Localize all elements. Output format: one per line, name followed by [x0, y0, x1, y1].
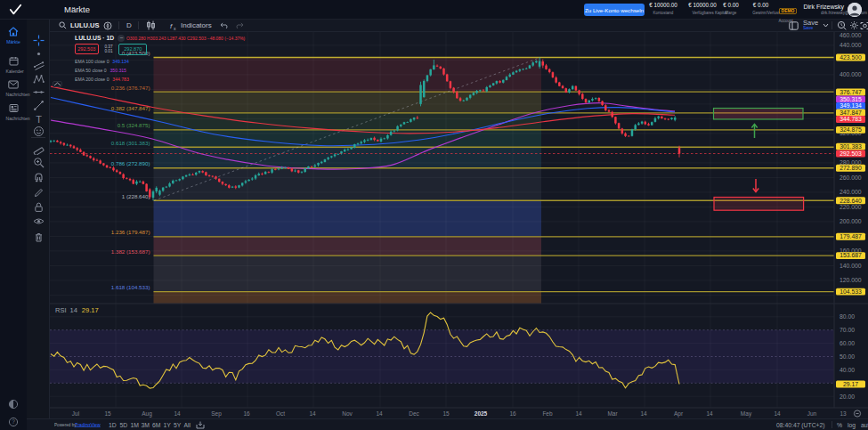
- candle-body: [212, 176, 215, 177]
- sidebar-item-kalender-1[interactable]: Kalender: [0, 53, 27, 77]
- candle-body: [205, 172, 207, 175]
- toolbar-divider: [138, 21, 139, 29]
- range-button-1m[interactable]: 1M: [131, 419, 139, 430]
- dot-icon[interactable]: [33, 47, 45, 60]
- save-dropdown-chevron-icon[interactable]: [823, 20, 829, 31]
- fib-band-0.786: [154, 168, 542, 201]
- range-button-3m[interactable]: 3M: [142, 419, 150, 430]
- candle-body: [578, 90, 580, 93]
- time-axis-label: 16: [509, 410, 516, 417]
- rsi-current-value: 29.17: [82, 306, 99, 314]
- candle-body: [93, 158, 95, 160]
- parallel-channel-icon[interactable]: [33, 59, 45, 71]
- candle-body: [89, 156, 92, 158]
- help-icon[interactable]: ?: [0, 415, 27, 430]
- sidebar-item-märkte-0[interactable]: Märkte: [0, 24, 27, 48]
- time-axis-label: Aug: [142, 410, 152, 418]
- range-button-5y[interactable]: 5Y: [174, 419, 181, 430]
- candle-body: [112, 167, 114, 170]
- xabcd-pattern-icon[interactable]: [33, 72, 45, 85]
- candle-body: [79, 150, 82, 151]
- go-to-date-icon[interactable]: [196, 419, 205, 430]
- indicators-button[interactable]: fx Indicators: [169, 20, 212, 31]
- rsi-length: 14: [70, 306, 77, 314]
- symbol-info-icon[interactable]: [103, 20, 112, 31]
- log-scale-button[interactable]: log: [848, 419, 856, 430]
- text-tool-icon[interactable]: T: [33, 112, 45, 125]
- ema-legend-rows: EMA 100 close 0349.134EMA 50 close 0350.…: [75, 57, 219, 84]
- time-axis-label: 16: [243, 410, 250, 417]
- range-button-5d[interactable]: 5D: [120, 419, 128, 430]
- horizontal-line-icon[interactable]: [33, 85, 45, 98]
- theme-contrast-icon[interactable]: [0, 397, 27, 413]
- percent-scale-button[interactable]: %: [837, 419, 842, 430]
- ema-legend-row-0[interactable]: EMA 100 close 0349.134: [75, 57, 219, 66]
- resistance-zone-box[interactable]: [714, 109, 804, 119]
- candle-body: [542, 61, 545, 66]
- tradingview-brand-link[interactable]: TradingView: [75, 422, 101, 428]
- candle-body: [142, 182, 145, 184]
- lock-icon[interactable]: [33, 200, 45, 213]
- camera-icon[interactable]: [860, 20, 868, 31]
- sidebar-item-nachrichten-3[interactable]: Nachrichten: [0, 101, 27, 125]
- range-button-6m[interactable]: 6M: [152, 419, 160, 430]
- candle-body: [241, 183, 244, 185]
- save-button[interactable]: SaveSave: [803, 20, 822, 32]
- legend-symbol-title[interactable]: LULU.US · 1D: [75, 35, 114, 41]
- nav-menu-maerkte[interactable]: Märkte: [64, 4, 90, 14]
- candle-body: [466, 98, 468, 101]
- candle-body: [126, 178, 128, 179]
- ema-legend-row-2[interactable]: EMA 200 close 0344.783: [75, 75, 219, 84]
- crosshair-icon[interactable]: [33, 34, 45, 46]
- candle-body: [670, 118, 673, 119]
- candle-body: [373, 138, 376, 140]
- price-badge-text: 324.875: [840, 126, 862, 133]
- symbol-search-button[interactable]: LULU.US: [59, 20, 100, 31]
- range-button-1d[interactable]: 1D: [109, 419, 117, 430]
- price-axis[interactable]: 460.000440.000400.000320.000280.000260.0…: [836, 32, 865, 295]
- candle-body: [363, 140, 366, 142]
- candle-body: [406, 122, 409, 123]
- interval-button[interactable]: D: [126, 20, 132, 31]
- search-icon: [59, 21, 67, 29]
- candle-body: [562, 85, 564, 88]
- bid-price-button[interactable]: 292.503: [75, 44, 99, 54]
- legend-collapse-icon[interactable]: −: [118, 35, 125, 42]
- candle-body: [268, 172, 271, 173]
- quick-search-icon[interactable]: [837, 20, 847, 31]
- trash-icon[interactable]: [33, 231, 45, 243]
- support-target-box[interactable]: [714, 197, 804, 210]
- redo-icon[interactable]: [235, 20, 245, 31]
- axis-label: 460.000: [840, 32, 862, 38]
- svg-text:?: ?: [12, 418, 15, 425]
- magnet-icon[interactable]: [33, 172, 45, 184]
- ask-price-button[interactable]: 292.870: [118, 44, 147, 55]
- sidebar-item-nachrichten-2[interactable]: Nachrichten: [0, 77, 27, 101]
- pencil-icon[interactable]: [33, 186, 45, 199]
- ema-legend-row-1[interactable]: EMA 50 close 0350.315: [75, 66, 219, 75]
- range-button-1y[interactable]: 1Y: [164, 419, 171, 430]
- candle-body: [63, 143, 66, 145]
- user-info[interactable]: Dirk Frizewsky dirk.frizewsky@gmail.com: [798, 4, 844, 19]
- user-avatar[interactable]: [848, 3, 862, 17]
- broker-logo-icon[interactable]: [9, 4, 22, 16]
- gear-icon[interactable]: [849, 20, 859, 31]
- zoom-in-icon[interactable]: [33, 156, 45, 168]
- undo-icon[interactable]: [219, 20, 229, 31]
- auto-scale-button[interactable]: auto: [861, 419, 868, 430]
- switch-to-live-account-button[interactable]: Zu Live-Konto wechseln: [584, 4, 645, 16]
- demo-badge-label: DEMO: [779, 8, 797, 14]
- legend-collapse-button[interactable]: [53, 81, 62, 87]
- clock-timezone-button[interactable]: 08:40:47 (UTC+2): [776, 419, 825, 430]
- candle-body: [525, 69, 528, 69]
- fib-level-label-0.618: 0.618 (301.383): [111, 140, 150, 146]
- emoji-icon[interactable]: [33, 125, 45, 137]
- candle-body: [116, 170, 118, 172]
- candle-body: [360, 142, 362, 143]
- ruler-icon[interactable]: [33, 142, 45, 155]
- range-button-all[interactable]: All: [184, 419, 191, 430]
- trend-line-icon[interactable]: [33, 99, 45, 111]
- eye-icon[interactable]: [33, 215, 45, 227]
- candle-body: [440, 67, 442, 69]
- chart-type-candles-icon[interactable]: [146, 20, 156, 31]
